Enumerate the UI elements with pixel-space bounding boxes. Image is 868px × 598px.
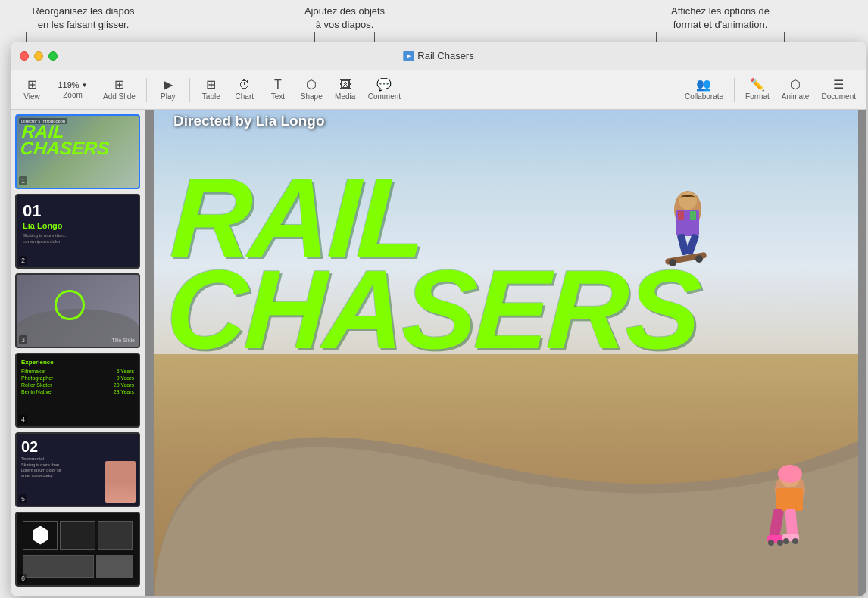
document-button[interactable]: ☰ Document	[816, 76, 860, 104]
slide-4-number: 4	[19, 415, 27, 424]
minimize-button[interactable]	[34, 51, 43, 61]
svg-point-21	[792, 538, 798, 544]
slide-panel[interactable]: Director's Introduction RAILCHASERS 1 01…	[11, 110, 145, 596]
slide-6-panel-4	[23, 555, 94, 578]
table-label: Table	[202, 92, 220, 101]
slide-canvas: RAIL CHASERS Directed by Lia Longo	[154, 110, 858, 596]
slide-2-number-display: 01	[23, 201, 133, 221]
slide-thumbnail-3[interactable]: Title Slide 3	[15, 273, 140, 348]
media-button[interactable]: 🖼 Media	[330, 76, 361, 104]
slide-thumbnail-4[interactable]: Experience Filmmaker 6 Years Photographe…	[15, 353, 140, 428]
document-icon: ☰	[833, 79, 844, 91]
slide-3-label: Title Slide	[112, 338, 135, 343]
slide-5-bg: 02 Testimonial Skating is more than...Lo…	[17, 434, 139, 506]
add-slide-button[interactable]: ⊞ Add Slide	[98, 76, 140, 104]
slide-4-row-3: Roller Skater 20 Years	[21, 382, 134, 388]
toolbar-sep-1	[146, 78, 147, 102]
chart-button[interactable]: ⏱ Chart	[229, 76, 260, 104]
main-content: Director's Introduction RAILCHASERS 1 01…	[11, 110, 866, 596]
traffic-lights	[20, 51, 58, 61]
shape-label: Shape	[301, 92, 323, 101]
chart-label: Chart	[236, 92, 254, 101]
zoom-chevron-icon: ▼	[82, 82, 88, 89]
slide-6-panels	[23, 521, 133, 550]
tooltip-2: Ajoutez des objetsà vos diapos.	[280, 5, 409, 32]
collaborate-label: Collaborate	[685, 92, 723, 101]
media-icon: 🖼	[339, 79, 351, 91]
tooltip-3: Affichez les options deformat et d'anima…	[633, 5, 807, 32]
slide-6-panel-5	[96, 555, 133, 578]
tooltip-3-text: Affichez les options deformat et d'anima…	[671, 5, 770, 30]
slide-caption: Directed by Lia Longo	[173, 113, 325, 129]
title-bar: ▶ Rail Chasers	[11, 42, 866, 70]
view-button[interactable]: ⊞ View	[17, 76, 47, 104]
slide-6-panel-3	[98, 521, 133, 550]
comment-button[interactable]: 💬 Comment	[364, 76, 405, 104]
slide-2-text: Skating is more than...Lorem ipsum dolor	[23, 233, 133, 245]
slide-2-name: Lia Longo	[23, 221, 133, 230]
svg-point-19	[777, 540, 783, 546]
maximize-button[interactable]	[48, 51, 58, 61]
slide-5-number: 5	[19, 494, 27, 503]
slide-4-row-2: Photographer 9 Years	[21, 375, 134, 381]
close-button[interactable]	[20, 51, 29, 61]
toolbar: ⊞ View 119% ▼ Zoom ⊞ Add Slide ▶ Play ⊞ …	[11, 70, 866, 110]
play-label: Play	[161, 92, 175, 101]
view-icon: ⊞	[27, 79, 37, 91]
slide-3-circle	[55, 290, 85, 320]
slide-5-num: 02	[21, 438, 134, 456]
slide-3-preview: Title Slide	[17, 275, 139, 347]
view-label: View	[23, 92, 40, 101]
toolbar-sep-3	[734, 78, 735, 102]
slide-4-row-4: Berlin Native 28 Years	[21, 389, 134, 394]
slide-thumbnail-1[interactable]: Director's Introduction RAILCHASERS 1	[15, 114, 140, 189]
canvas-area[interactable]: RAIL CHASERS Directed by Lia Longo	[145, 110, 866, 596]
shape-icon: ⬡	[306, 79, 317, 91]
animate-button[interactable]: ⬡ Animate	[777, 76, 814, 104]
slide-thumbnail-2[interactable]: 01 Lia Longo Skating is more than...Lore…	[15, 194, 140, 269]
text-icon: T	[274, 79, 282, 91]
slide-6-panel-1	[23, 521, 58, 550]
slide-thumbnail-6[interactable]: 6	[15, 512, 140, 587]
format-button[interactable]: ✏️ Format	[741, 76, 774, 104]
format-icon: ✏️	[750, 79, 765, 91]
window-title-text: Rail Chasers	[417, 50, 473, 61]
app-window: ▶ Rail Chasers ⊞ View 119% ▼ Zoom ⊞ Add …	[11, 42, 866, 596]
slide-6-panels-2	[23, 555, 133, 578]
play-button[interactable]: ▶ Play	[153, 76, 183, 104]
add-slide-icon: ⊞	[114, 79, 124, 91]
slide-2-bg: 01 Lia Longo Skating is more than...Lore…	[17, 195, 139, 267]
text-label: Text	[271, 92, 285, 101]
keynote-icon: ▶	[403, 51, 414, 61]
animate-icon: ⬡	[790, 79, 801, 91]
slide-6-panel-2	[60, 521, 95, 550]
svg-rect-14	[769, 508, 785, 540]
play-icon: ▶	[164, 79, 173, 91]
slide-4-preview: Experience Filmmaker 6 Years Photographe…	[17, 354, 139, 426]
collaborate-button[interactable]: 👥 Collaborate	[680, 76, 728, 104]
svg-point-12	[778, 465, 802, 483]
slide-4-bg: Experience Filmmaker 6 Years Photographe…	[17, 354, 139, 426]
shape-button[interactable]: ⬡ Shape	[296, 76, 327, 104]
comment-icon: 💬	[376, 79, 392, 91]
slide-4-row-1: Filmmaker 6 Years	[21, 369, 134, 374]
tooltip-1-text: Réorganisez les diaposen les faisant gli…	[32, 5, 134, 30]
media-label: Media	[335, 92, 355, 101]
collaborate-icon: 👥	[696, 79, 711, 91]
slide-5-img	[105, 461, 136, 503]
slide-2-preview: 01 Lia Longo Skating is more than...Lore…	[17, 195, 139, 267]
graffiti-chasers: CHASERS	[164, 263, 701, 355]
document-label: Document	[821, 92, 856, 101]
table-button[interactable]: ⊞ Table	[196, 76, 226, 104]
format-label: Format	[745, 92, 770, 101]
zoom-control[interactable]: 119% ▼ Zoom	[50, 77, 95, 102]
slide-1-number: 1	[19, 176, 27, 185]
text-button[interactable]: T Text	[263, 76, 293, 104]
svg-point-20	[783, 538, 789, 544]
comment-label: Comment	[368, 92, 401, 101]
svg-point-18	[768, 540, 774, 546]
zoom-value: 119%	[58, 80, 79, 89]
slide-thumbnail-5[interactable]: 02 Testimonial Skating is more than...Lo…	[15, 432, 140, 507]
slide-6-bg	[17, 513, 139, 585]
animate-label: Animate	[782, 92, 810, 101]
